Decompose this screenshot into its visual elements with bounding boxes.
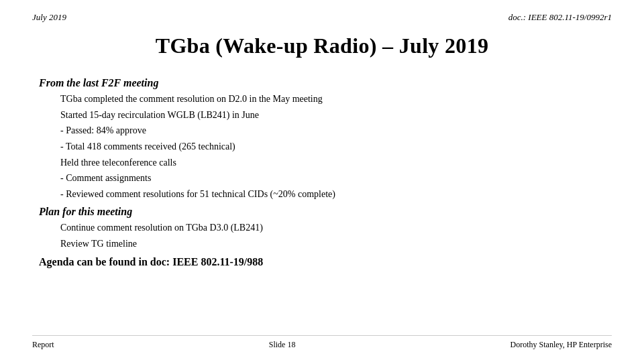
bullet-item: Held three teleconference calls [60,156,612,170]
section-heading-0: From the last F2F meeting [39,77,612,89]
bullet-item: Started 15-day recirculation WGLB (LB241… [60,108,612,123]
agenda-line: Agenda can be found in doc: IEEE 802.11-… [39,256,612,268]
bullet-item: - Comment assignments [60,171,612,186]
header-row: July 2019 doc.: IEEE 802.11-19/0992r1 [32,12,612,23]
header-right: doc.: IEEE 802.11-19/0992r1 [508,12,612,23]
bullet-item: Review TG timeline [60,237,612,251]
bullet-item: - Reviewed comment resolutions for 51 te… [60,187,612,202]
bullet-item: - Total 418 comments received (265 techn… [60,139,612,154]
bullet-item: Continue comment resolution on TGba D3.0… [60,221,612,235]
bullet-item: - Passed: 84% approve [60,123,612,138]
footer-center: Slide 18 [269,340,296,350]
section-heading-1: Plan for this meeting [39,206,612,218]
bullet-item: TGba completed the comment resolution on… [60,92,612,107]
footer-left: Report [32,340,54,350]
bullets-section-0: TGba completed the comment resolution on… [39,92,612,202]
slide: July 2019 doc.: IEEE 802.11-19/0992r1 TG… [0,0,644,362]
slide-title: TGba (Wake-up Radio) – July 2019 [32,34,612,58]
content-area: From the last F2F meeting TGba completed… [32,73,612,335]
footer-row: Report Slide 18 Dorothy Stanley, HP Ente… [32,335,612,350]
bullets-section-1: Continue comment resolution on TGba D3.0… [39,221,612,251]
header-left: July 2019 [32,12,66,23]
footer-right: Dorothy Stanley, HP Enterprise [511,340,612,350]
